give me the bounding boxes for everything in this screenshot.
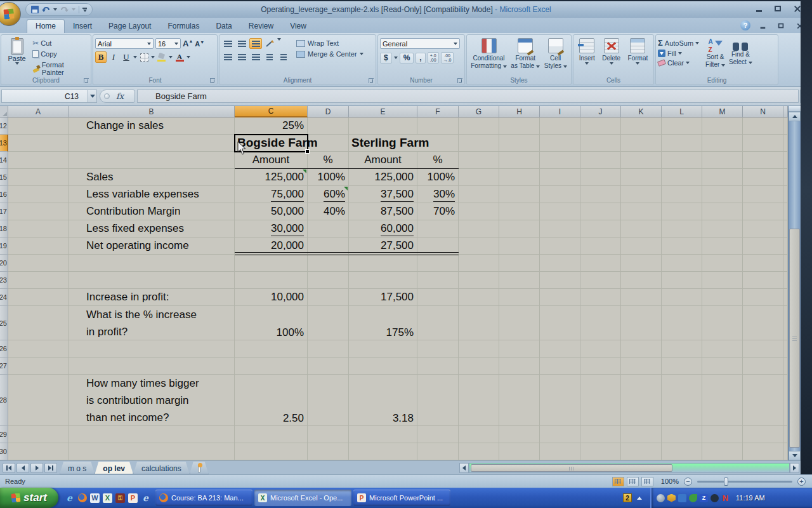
browser-quicklaunch-icon[interactable]: e	[141, 493, 150, 503]
cells-GN-19[interactable]	[459, 237, 788, 255]
decrease-indent-button[interactable]	[263, 51, 276, 62]
sheet-tab-mos[interactable]: m o s	[60, 462, 95, 474]
cell-A30[interactable]	[8, 443, 69, 460]
cell-A14[interactable]	[8, 152, 69, 169]
cell-E23[interactable]	[349, 272, 417, 289]
cells-GN-17[interactable]	[459, 203, 788, 220]
tab-data[interactable]: Data	[207, 20, 240, 33]
cell-A25[interactable]	[8, 306, 69, 340]
formula-input[interactable]: Bogside Farm	[137, 90, 799, 103]
cell-D20[interactable]	[308, 255, 349, 272]
col-header-L[interactable]: L	[662, 106, 702, 117]
workbook-minimize-button[interactable]	[757, 22, 768, 30]
align-center-button[interactable]	[235, 51, 248, 62]
align-right-button[interactable]	[249, 51, 262, 62]
minimize-button[interactable]	[752, 4, 765, 13]
cell-E15[interactable]: 125,000	[349, 169, 417, 186]
col-header-A[interactable]: A	[8, 106, 69, 117]
cell-B14[interactable]	[69, 152, 235, 169]
col-header-C[interactable]: C	[235, 106, 308, 117]
zoom-slider-handle[interactable]	[724, 478, 728, 486]
cell-A20[interactable]	[8, 255, 69, 272]
underline-dropdown[interactable]	[133, 56, 137, 58]
cells-GN-20[interactable]	[459, 255, 788, 272]
tray-icon-2[interactable]	[667, 494, 676, 502]
vertical-scrollbar[interactable]	[788, 106, 801, 460]
cells-GN-12[interactable]	[459, 117, 788, 135]
cell-B15[interactable]: Sales	[69, 169, 235, 186]
number-dialog-launcher[interactable]	[457, 78, 462, 83]
cells-GN-23[interactable]	[459, 272, 788, 289]
cell-C17[interactable]: 50,000	[235, 203, 308, 220]
top-align-button[interactable]	[221, 38, 234, 49]
cell-F30[interactable]	[417, 443, 459, 460]
col-header-I[interactable]: I	[540, 106, 580, 117]
cell-F24[interactable]	[417, 289, 459, 306]
cell-B27[interactable]	[69, 358, 235, 375]
copy-button[interactable]: Copy	[30, 50, 89, 58]
align-left-button[interactable]	[221, 51, 234, 62]
cell-E27[interactable]	[349, 358, 417, 375]
firefox-quicklaunch-icon[interactable]	[77, 493, 87, 503]
cell-D14[interactable]: %	[308, 152, 349, 169]
cell-C15[interactable]: 125,000	[235, 169, 308, 186]
help-icon[interactable]: ?	[740, 20, 750, 30]
cell-D26[interactable]	[308, 340, 349, 358]
row-header-19[interactable]: 19	[0, 237, 8, 255]
col-header-G[interactable]: G	[459, 106, 499, 117]
scroll-down-button[interactable]	[789, 451, 801, 460]
cell-D24[interactable]	[308, 289, 349, 306]
row-header-13[interactable]: 13	[0, 135, 8, 152]
wrap-text-button[interactable]: Wrap Text	[296, 39, 363, 47]
cut-button[interactable]: ✂Cut	[30, 39, 89, 48]
cell-C16[interactable]: 75,000	[235, 186, 308, 203]
grow-font-button[interactable]: A▲	[183, 39, 193, 48]
row-header-18[interactable]: 18	[0, 220, 8, 237]
row-header-14[interactable]: 14	[0, 152, 8, 169]
cell-E24[interactable]: 17,500	[349, 289, 417, 306]
cells-GN-25[interactable]	[459, 306, 788, 340]
tab-formulas[interactable]: Formulas	[159, 20, 207, 33]
scroll-left-button[interactable]	[459, 463, 469, 473]
cell-E12[interactable]	[349, 117, 417, 135]
cell-D28[interactable]	[308, 375, 349, 426]
tab-insert[interactable]: Insert	[65, 20, 100, 33]
tray-icon-1[interactable]	[657, 494, 665, 502]
cell-C28[interactable]: 2.50	[235, 375, 308, 426]
row-header-26[interactable]: 26	[0, 340, 8, 358]
cell-E17[interactable]: 87,500	[349, 203, 417, 220]
task-button-firefox-course[interactable]: Course: BA 213: Man...	[155, 490, 252, 506]
cell-F26[interactable]	[417, 340, 459, 358]
zoom-in-button[interactable]: +	[797, 478, 806, 486]
font-family-select[interactable]: Arial	[95, 38, 154, 49]
cell-A24[interactable]	[8, 289, 69, 306]
cells-GN-30[interactable]	[459, 443, 788, 460]
tray-icon-zone[interactable]: Z	[700, 494, 708, 502]
cell-B19[interactable]: Net operating income	[69, 237, 235, 255]
italic-button[interactable]: I	[108, 51, 119, 63]
cells-GN-16[interactable]	[459, 186, 788, 203]
cell-B24[interactable]: Increase in profit:	[69, 289, 235, 306]
start-button[interactable]: start	[0, 488, 58, 508]
autosum-button[interactable]: ΣAutoSum	[658, 38, 699, 48]
cell-B28[interactable]: How many times biggeris contribution mar…	[69, 375, 235, 426]
font-dialog-launcher[interactable]	[210, 78, 215, 83]
zoom-level[interactable]: 100%	[661, 478, 679, 485]
cell-styles-button[interactable]: Cell Styles	[544, 37, 567, 76]
cell-C20[interactable]	[235, 255, 308, 272]
cell-E26[interactable]	[349, 340, 417, 358]
powerpoint-quicklaunch-icon[interactable]: P	[128, 493, 138, 503]
cell-A26[interactable]	[8, 340, 69, 358]
tray-icon-3[interactable]	[678, 494, 686, 502]
cell-D17[interactable]: 40%	[308, 203, 349, 220]
number-format-select[interactable]: General	[380, 38, 460, 49]
row-header-30[interactable]: 30	[0, 443, 8, 460]
cell-B12[interactable]: Change in sales	[69, 117, 235, 135]
fill-button[interactable]: Fill	[658, 50, 699, 57]
paste-button[interactable]: Paste	[3, 37, 30, 76]
cell-B16[interactable]: Less variable expenses	[69, 186, 235, 203]
row-header-24[interactable]: 24	[0, 289, 8, 306]
cell-B17[interactable]: Contribution Margin	[69, 203, 235, 220]
fill-color-button[interactable]	[156, 51, 167, 63]
vertical-scroll-thumb[interactable]	[789, 229, 800, 448]
